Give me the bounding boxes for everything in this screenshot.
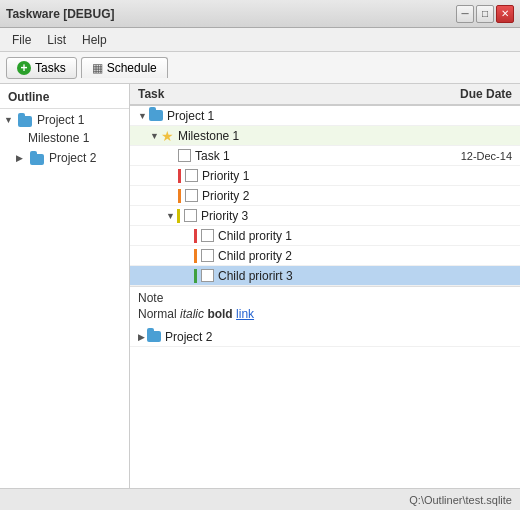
arrow-down-icon: ▼	[4, 115, 16, 125]
folder-icon-project2	[30, 152, 46, 165]
outline-label-project2: Project 2	[49, 151, 96, 165]
folder-icon-project1	[149, 110, 163, 121]
table-row[interactable]: Child priorirt 3	[130, 266, 520, 286]
col-duedate: Due Date	[430, 87, 520, 101]
checkbox-task1[interactable]	[178, 149, 191, 162]
table-row[interactable]: Child prority 1	[130, 226, 520, 246]
row-label-priority3: Priority 3	[201, 209, 248, 223]
priority-bar-red	[178, 169, 181, 183]
task-content-milestone1: ▼ ★ Milestone 1	[130, 128, 430, 144]
note-link[interactable]: link	[236, 307, 254, 321]
main-content: Outline ▼ Project 1 Milestone 1 ▶ Projec…	[0, 84, 520, 488]
priority-bar-orange-child	[194, 249, 197, 263]
note-label: Note	[138, 291, 512, 305]
folder-icon-project2	[147, 331, 161, 342]
arrow-right-icon-project2: ▶	[16, 153, 28, 163]
col-task: Task	[130, 87, 430, 101]
outline-header: Outline	[0, 88, 129, 109]
row-label-milestone1: Milestone 1	[178, 129, 239, 143]
table-row[interactable]: Priority 2	[130, 186, 520, 206]
tasks-label: Tasks	[35, 61, 66, 75]
note-content: Normal italic bold link	[138, 307, 512, 321]
checkbox-priority1[interactable]	[185, 169, 198, 182]
menu-file[interactable]: File	[4, 31, 39, 49]
schedule-label: Schedule	[107, 61, 157, 75]
folder-blue-project1	[18, 116, 32, 127]
note-bold: bold	[207, 307, 232, 321]
table-row[interactable]: Task 1 12-Dec-14	[130, 146, 520, 166]
folder-icon-project1	[18, 114, 34, 127]
task-content-child1: Child prority 1	[130, 229, 430, 243]
row-label-task1: Task 1	[195, 149, 230, 163]
priority-bar-orange	[178, 189, 181, 203]
calendar-icon: ▦	[92, 61, 103, 75]
table-row[interactable]: ▶ Project 2	[130, 327, 520, 347]
note-italic: italic	[180, 307, 204, 321]
menu-list[interactable]: List	[39, 31, 74, 49]
outline-item-project2[interactable]: ▶ Project 2	[0, 149, 129, 167]
note-normal: Normal	[138, 307, 180, 321]
table-row[interactable]: ▼ Priority 3	[130, 206, 520, 226]
close-button[interactable]: ✕	[496, 5, 514, 23]
checkbox-priority2[interactable]	[185, 189, 198, 202]
table-row[interactable]: ▼ Project 1	[130, 106, 520, 126]
task-content-priority2: Priority 2	[130, 189, 430, 203]
arrow-right-icon: ▶	[138, 332, 145, 342]
folder-blue-project2	[30, 154, 44, 165]
row-label-priority1: Priority 1	[202, 169, 249, 183]
priority-bar-yellow	[177, 209, 180, 223]
schedule-button[interactable]: ▦ Schedule	[81, 57, 168, 78]
title-controls: ─ □ ✕	[456, 5, 514, 23]
checkbox-child1[interactable]	[201, 229, 214, 242]
table-row[interactable]: Child prority 2	[130, 246, 520, 266]
outline-label-project1: Project 1	[37, 113, 84, 127]
row-label-project2: Project 2	[165, 330, 212, 344]
toolbar: + Tasks ▦ Schedule	[0, 52, 520, 84]
duedate-task1: 12-Dec-14	[430, 150, 520, 162]
task-content-child3: Child priorirt 3	[130, 269, 430, 283]
arrow-down-icon: ▼	[166, 211, 175, 221]
task-content-task1: Task 1	[130, 149, 430, 163]
table-row[interactable]: ▼ ★ Milestone 1	[130, 126, 520, 146]
arrow-down-icon: ▼	[150, 131, 159, 141]
arrow-down-icon: ▼	[138, 111, 147, 121]
priority-bar-red-child	[194, 229, 197, 243]
outline-panel: Outline ▼ Project 1 Milestone 1 ▶ Projec…	[0, 84, 130, 488]
task-content-child2: Child prority 2	[130, 249, 430, 263]
menu-help[interactable]: Help	[74, 31, 115, 49]
checkbox-child2[interactable]	[201, 249, 214, 262]
table-row[interactable]: Priority 1	[130, 166, 520, 186]
task-rows: ▼ Project 1 ▼ ★ Milestone 1	[130, 106, 520, 488]
task-content-project2: ▶ Project 2	[130, 330, 430, 344]
status-text: Q:\Outliner\test.sqlite	[409, 494, 512, 506]
title-bar: Taskware [DEBUG] ─ □ ✕	[0, 0, 520, 28]
checkbox-priority3[interactable]	[184, 209, 197, 222]
outline-item-milestone1[interactable]: Milestone 1	[0, 129, 129, 147]
row-label-project1: Project 1	[167, 109, 214, 123]
checkbox-child3[interactable]	[201, 269, 214, 282]
menu-bar: File List Help	[0, 28, 520, 52]
task-content-project1: ▼ Project 1	[130, 109, 430, 123]
task-header: Task Due Date	[130, 84, 520, 106]
task-panel: Task Due Date ▼ Project 1 ▼ ★ Milestone …	[130, 84, 520, 488]
row-label-child2: Child prority 2	[218, 249, 292, 263]
row-label-child1: Child prority 1	[218, 229, 292, 243]
plus-icon: +	[17, 61, 31, 75]
task-content-priority1: Priority 1	[130, 169, 430, 183]
priority-bar-green-child	[194, 269, 197, 283]
star-icon: ★	[161, 128, 174, 144]
outline-item-project1[interactable]: ▼ Project 1	[0, 111, 129, 129]
status-bar: Q:\Outliner\test.sqlite	[0, 488, 520, 510]
outline-label-milestone1: Milestone 1	[28, 131, 89, 145]
row-label-priority2: Priority 2	[202, 189, 249, 203]
tasks-button[interactable]: + Tasks	[6, 57, 77, 79]
window-title: Taskware [DEBUG]	[6, 7, 114, 21]
minimize-button[interactable]: ─	[456, 5, 474, 23]
note-section: Note Normal italic bold link	[130, 286, 520, 325]
row-label-child3: Child priorirt 3	[218, 269, 293, 283]
maximize-button[interactable]: □	[476, 5, 494, 23]
task-content-priority3: ▼ Priority 3	[130, 209, 430, 223]
